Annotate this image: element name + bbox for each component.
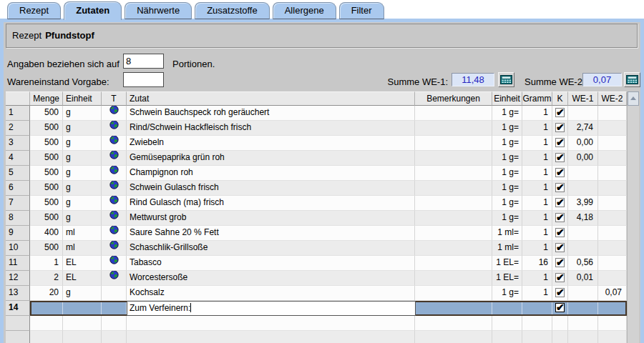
table-row[interactable]: 5 500 g Champignon roh 1 g= 1 ✔ bbox=[6, 166, 627, 181]
cell-we2[interactable] bbox=[598, 241, 627, 256]
k-checkbox[interactable]: ✔ bbox=[555, 273, 565, 282]
cell-k[interactable]: ✔ bbox=[552, 106, 568, 121]
cell-k[interactable]: ✔ bbox=[552, 196, 568, 211]
row-number-cell[interactable]: 6 bbox=[6, 181, 30, 196]
cell-menge[interactable]: 500 bbox=[30, 166, 63, 181]
k-checkbox[interactable]: ✔ bbox=[555, 213, 565, 222]
cell-k[interactable]: ✔ bbox=[552, 241, 568, 256]
cell-t[interactable] bbox=[102, 301, 127, 316]
cell-gramm[interactable]: 1 bbox=[522, 166, 552, 181]
cell-bemerkungen[interactable] bbox=[415, 301, 492, 316]
cell-einheit[interactable]: g bbox=[63, 166, 102, 181]
k-checkbox[interactable]: ✔ bbox=[555, 198, 565, 207]
row-number-cell[interactable]: 8 bbox=[6, 211, 30, 226]
cell-gramm[interactable] bbox=[522, 331, 552, 343]
cell-menge[interactable]: 400 bbox=[30, 226, 63, 241]
portions-input[interactable] bbox=[123, 54, 164, 69]
cell-k[interactable]: ✔ bbox=[552, 121, 568, 136]
cell-k[interactable] bbox=[552, 331, 568, 343]
cell-bemerkungen[interactable] bbox=[415, 106, 492, 121]
cell-k[interactable]: ✔ bbox=[552, 256, 568, 271]
cell-bemerkungen[interactable] bbox=[415, 256, 492, 271]
cell-menge[interactable]: 500 bbox=[30, 121, 63, 136]
tab-zusatzstoffe[interactable]: Zusatzstoffe bbox=[195, 2, 270, 19]
cell-einheit-conversion[interactable]: 1 g= bbox=[492, 136, 522, 151]
cell-gramm[interactable]: 1 bbox=[522, 196, 552, 211]
cell-k[interactable]: ✔ bbox=[552, 136, 568, 151]
cell-gramm[interactable]: 1 bbox=[522, 226, 552, 241]
cell-zutat[interactable]: Schwein Bauchspeck roh geräuchert bbox=[127, 106, 415, 121]
cell-gramm[interactable]: 1 bbox=[522, 136, 552, 151]
cell-bemerkungen[interactable] bbox=[415, 241, 492, 256]
cell-t[interactable] bbox=[102, 106, 127, 121]
cell-t[interactable] bbox=[102, 286, 127, 301]
cell-einheit-conversion[interactable] bbox=[492, 301, 522, 316]
cell-einheit[interactable] bbox=[63, 316, 102, 331]
cell-einheit-conversion[interactable]: 1 g= bbox=[492, 151, 522, 166]
cell-we1[interactable] bbox=[568, 106, 598, 121]
table-row[interactable]: 4 500 g Gemüsepaprika grün roh 1 g= 1 ✔ … bbox=[6, 151, 627, 166]
cell-gramm[interactable]: 1 bbox=[522, 106, 552, 121]
cell-einheit-conversion[interactable]: 1 g= bbox=[492, 211, 522, 226]
cell-zutat[interactable]: Tabasco bbox=[127, 256, 415, 271]
cell-bemerkungen[interactable] bbox=[415, 316, 492, 331]
cell-t[interactable] bbox=[102, 181, 127, 196]
wareneinstand-input[interactable] bbox=[123, 72, 164, 87]
row-number-cell[interactable]: 4 bbox=[6, 151, 30, 166]
cell-we1[interactable] bbox=[568, 301, 598, 316]
cell-t[interactable] bbox=[102, 226, 127, 241]
cell-we1[interactable] bbox=[568, 331, 598, 343]
k-checkbox[interactable]: ✔ bbox=[555, 228, 565, 237]
cell-t[interactable] bbox=[102, 196, 127, 211]
cell-t[interactable] bbox=[102, 331, 127, 343]
k-checkbox[interactable]: ✔ bbox=[555, 288, 565, 297]
cell-bemerkungen[interactable] bbox=[415, 151, 492, 166]
cell-menge[interactable] bbox=[30, 316, 63, 331]
cell-zutat[interactable]: Saure Sahne 20 % Fett bbox=[127, 226, 415, 241]
table-row[interactable]: 3 500 g Zwiebeln 1 g= 1 ✔ 0,00 bbox=[6, 136, 627, 151]
cell-einheit-conversion[interactable]: 1 g= bbox=[492, 196, 522, 211]
row-number-cell[interactable]: 1 bbox=[6, 106, 30, 121]
cell-we2[interactable] bbox=[598, 271, 627, 286]
cell-t[interactable] bbox=[102, 241, 127, 256]
k-checkbox[interactable]: ✔ bbox=[555, 258, 565, 267]
cell-einheit[interactable]: ml bbox=[63, 241, 102, 256]
cell-gramm[interactable]: 16 bbox=[522, 256, 552, 271]
cell-we2[interactable] bbox=[598, 181, 627, 196]
cell-we2[interactable] bbox=[598, 196, 627, 211]
zutat-edit-input[interactable]: Zum Verfeinern: bbox=[127, 301, 416, 316]
cell-einheit[interactable]: g bbox=[63, 136, 102, 151]
cell-k[interactable]: ✔ bbox=[552, 181, 568, 196]
cell-zutat[interactable]: Worcestersoße bbox=[127, 271, 415, 286]
table-row[interactable]: 10 500 ml Schaschlik-Grillsoße 1 ml= 1 ✔ bbox=[6, 241, 627, 256]
cell-bemerkungen[interactable] bbox=[415, 226, 492, 241]
row-number-cell[interactable]: 12 bbox=[6, 271, 30, 286]
cell-einheit[interactable] bbox=[63, 301, 102, 316]
cell-menge[interactable]: 20 bbox=[30, 286, 63, 301]
vertical-scrollbar[interactable] bbox=[627, 91, 639, 343]
tab-rezept[interactable]: Rezept bbox=[7, 2, 61, 19]
cell-k[interactable]: ✔ bbox=[552, 211, 568, 226]
table-row[interactable]: 8 500 g Mettwurst grob 1 g= 1 ✔ 4,18 bbox=[6, 211, 627, 226]
cell-einheit[interactable] bbox=[63, 331, 102, 343]
cell-we1[interactable]: 0,56 bbox=[568, 256, 598, 271]
cell-zutat[interactable]: Kochsalz bbox=[127, 286, 415, 301]
cell-einheit[interactable]: EL bbox=[63, 256, 102, 271]
cell-bemerkungen[interactable] bbox=[415, 196, 492, 211]
cell-we2[interactable] bbox=[598, 316, 627, 331]
cell-zutat[interactable]: Schaschlik-Grillsoße bbox=[127, 241, 415, 256]
cell-einheit-conversion[interactable]: 1 ml= bbox=[492, 226, 522, 241]
cell-einheit[interactable]: g bbox=[63, 151, 102, 166]
table-row[interactable]: 1 500 g Schwein Bauchspeck roh geräucher… bbox=[6, 106, 627, 121]
cell-einheit-conversion[interactable]: 1 g= bbox=[492, 166, 522, 181]
cell-t[interactable] bbox=[102, 316, 127, 331]
cell-gramm[interactable]: 1 bbox=[522, 181, 552, 196]
cell-einheit-conversion[interactable]: 1 g= bbox=[492, 121, 522, 136]
cell-k[interactable]: ✔ bbox=[552, 166, 568, 181]
cell-menge[interactable]: 2 bbox=[30, 271, 63, 286]
cell-we1[interactable]: 2,74 bbox=[568, 121, 598, 136]
cell-einheit[interactable]: ml bbox=[63, 226, 102, 241]
table-row[interactable]: 12 2 EL Worcestersoße 1 EL= 1 ✔ 0,01 bbox=[6, 271, 627, 286]
cell-menge[interactable]: 500 bbox=[30, 106, 63, 121]
cell-menge[interactable]: 500 bbox=[30, 196, 63, 211]
